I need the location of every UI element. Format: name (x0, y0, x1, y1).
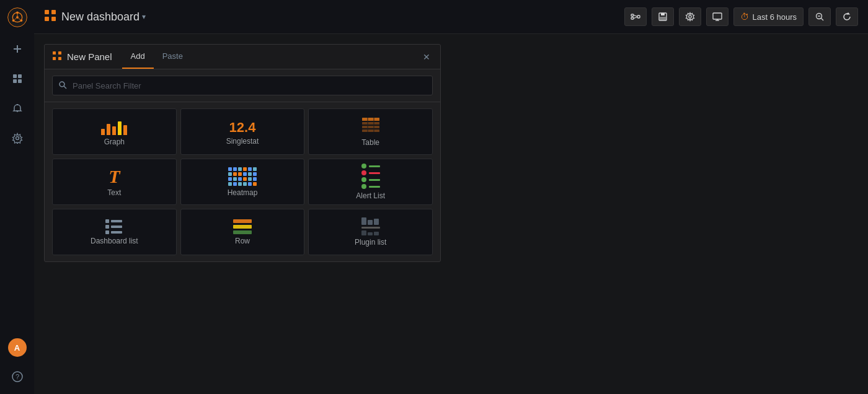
tv-mode-button[interactable] (706, 7, 728, 26)
panel-item-graph[interactable]: Graph (52, 108, 177, 155)
svg-line-28 (634, 17, 637, 19)
text-icon: T (108, 167, 120, 186)
svg-point-2 (16, 11, 19, 14)
svg-line-38 (822, 19, 824, 21)
svg-rect-48 (362, 126, 379, 128)
svg-rect-33 (713, 13, 722, 19)
dialog-title: New Panel (67, 51, 112, 62)
sidebar: A ? (0, 0, 34, 394)
sidebar-item-settings[interactable] (0, 123, 34, 153)
search-wrap (52, 76, 433, 95)
share-dashboard-button[interactable] (624, 7, 647, 26)
svg-rect-26 (637, 15, 640, 18)
dialog-search (45, 69, 440, 102)
singlestat-icon: 12.4 (229, 118, 256, 134)
graph-label: Graph (104, 138, 125, 146)
svg-rect-47 (362, 122, 379, 125)
time-range-button[interactable]: ⏱ Last 6 hours (733, 7, 804, 26)
panel-item-text[interactable]: T Text (52, 159, 177, 205)
dashboard-list-icon (105, 219, 123, 234)
table-icon (361, 117, 380, 136)
svg-rect-24 (631, 14, 634, 16)
dashboard-title[interactable]: New dashboard (61, 11, 140, 24)
heatmap-icon (228, 167, 257, 186)
svg-rect-30 (661, 13, 665, 15)
save-dashboard-button[interactable] (652, 7, 674, 26)
svg-rect-46 (362, 118, 379, 121)
svg-rect-49 (362, 129, 379, 132)
panel-item-heatmap[interactable]: Heatmap (180, 159, 305, 205)
refresh-button[interactable] (836, 7, 858, 26)
alert-list-icon (361, 164, 380, 189)
svg-point-17 (16, 137, 19, 140)
clock-icon: ⏱ (740, 12, 749, 22)
panel-search-input[interactable] (52, 76, 433, 95)
main-area: New dashboard ▾ ⏱ Last 6 hours (34, 0, 868, 394)
search-icon (58, 81, 67, 91)
svg-rect-12 (18, 74, 22, 78)
new-panel-dialog: New Panel Add Paste ✕ (44, 44, 441, 262)
svg-rect-40 (53, 51, 56, 55)
svg-rect-31 (660, 17, 666, 20)
sidebar-item-alerts[interactable] (0, 94, 34, 123)
svg-rect-14 (18, 79, 22, 83)
svg-rect-13 (13, 79, 17, 83)
svg-rect-11 (13, 74, 17, 78)
dashboard-list-label: Dashboard list (91, 237, 138, 245)
table-label: Table (361, 138, 379, 147)
alert-list-label: Alert List (356, 191, 385, 200)
panel-grid: Graph 12.4 Singlestat (45, 102, 440, 261)
panel-item-row[interactable]: Row (180, 209, 305, 255)
sidebar-item-help[interactable]: ? (0, 362, 34, 392)
zoom-out-button[interactable] (808, 7, 831, 26)
svg-rect-23 (51, 17, 56, 21)
svg-rect-25 (631, 17, 634, 19)
sidebar-bottom: A ? (0, 338, 34, 394)
header: New dashboard ▾ ⏱ Last 6 hours (34, 0, 868, 34)
heatmap-label: Heatmap (228, 188, 258, 197)
singlestat-label: Singlestat (226, 137, 259, 146)
dialog-icon (52, 51, 62, 63)
dialog-tabs: Add Paste (122, 45, 192, 69)
dashboard-icon (44, 9, 56, 25)
svg-point-8 (16, 16, 19, 19)
svg-text:?: ? (15, 373, 19, 380)
title-chevron-icon[interactable]: ▾ (142, 12, 146, 21)
tab-paste[interactable]: Paste (154, 45, 192, 69)
text-label: Text (107, 188, 121, 197)
settings-button[interactable] (679, 7, 701, 26)
sidebar-item-add[interactable] (0, 34, 34, 64)
dialog-header: New Panel Add Paste ✕ (45, 45, 440, 69)
svg-line-45 (64, 86, 66, 89)
svg-line-27 (634, 15, 637, 17)
header-actions: ⏱ Last 6 hours (624, 7, 858, 26)
row-label: Row (235, 237, 250, 245)
singlestat-value: 12.4 (229, 120, 256, 135)
panel-item-singlestat[interactable]: 12.4 Singlestat (180, 108, 305, 155)
svg-rect-20 (45, 10, 49, 14)
svg-rect-41 (58, 51, 61, 55)
dashboard-content: New Panel Add Paste ✕ (34, 34, 868, 394)
svg-point-4 (12, 19, 14, 22)
app-logo[interactable] (0, 0, 34, 34)
panel-item-plugin-list[interactable]: Plugin list (308, 209, 433, 255)
sidebar-item-dashboards[interactable] (0, 64, 34, 94)
svg-rect-42 (53, 57, 56, 60)
plugin-list-icon (361, 217, 380, 235)
graph-icon (101, 118, 127, 135)
svg-point-3 (20, 19, 22, 22)
avatar[interactable]: A (8, 338, 27, 357)
time-range-label: Last 6 hours (752, 12, 797, 22)
panel-item-table[interactable]: Table (308, 108, 433, 155)
panel-item-dashboard-list[interactable]: Dashboard list (52, 209, 177, 255)
panel-item-alert-list[interactable]: Alert List (308, 159, 433, 205)
row-icon (233, 219, 252, 234)
dialog-close-button[interactable]: ✕ (420, 50, 433, 64)
svg-point-44 (60, 82, 64, 87)
plugin-list-label: Plugin list (355, 238, 386, 247)
tab-add[interactable]: Add (122, 45, 154, 69)
svg-point-32 (689, 15, 691, 18)
svg-rect-43 (58, 57, 61, 60)
svg-rect-21 (51, 10, 56, 14)
svg-rect-22 (45, 17, 49, 21)
